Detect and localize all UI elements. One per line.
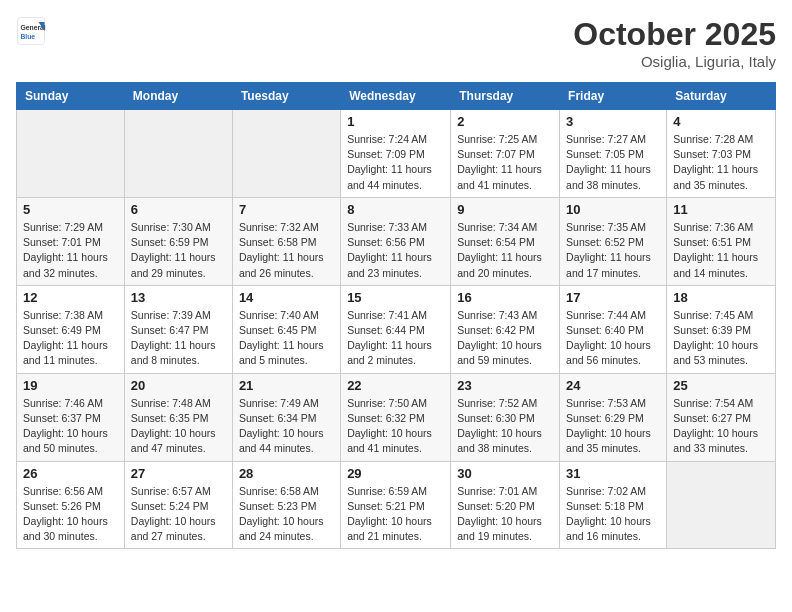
svg-text:Blue: Blue — [21, 33, 36, 40]
day-info: Sunrise: 7:35 AMSunset: 6:52 PMDaylight:… — [566, 220, 660, 281]
day-number: 10 — [566, 202, 660, 217]
day-info: Sunrise: 7:38 AMSunset: 6:49 PMDaylight:… — [23, 308, 118, 369]
day-info: Sunrise: 6:58 AMSunset: 5:23 PMDaylight:… — [239, 484, 334, 545]
day-info: Sunrise: 7:53 AMSunset: 6:29 PMDaylight:… — [566, 396, 660, 457]
calendar-cell — [17, 110, 125, 198]
day-number: 2 — [457, 114, 553, 129]
calendar-cell: 16Sunrise: 7:43 AMSunset: 6:42 PMDayligh… — [451, 285, 560, 373]
svg-rect-0 — [18, 18, 45, 45]
day-info: Sunrise: 7:50 AMSunset: 6:32 PMDaylight:… — [347, 396, 444, 457]
day-number: 17 — [566, 290, 660, 305]
calendar-cell — [667, 461, 776, 549]
calendar-cell: 5Sunrise: 7:29 AMSunset: 7:01 PMDaylight… — [17, 197, 125, 285]
page-header: General Blue October 2025 Osiglia, Ligur… — [16, 16, 776, 70]
day-info: Sunrise: 7:46 AMSunset: 6:37 PMDaylight:… — [23, 396, 118, 457]
weekday-header-sunday: Sunday — [17, 83, 125, 110]
day-info: Sunrise: 7:54 AMSunset: 6:27 PMDaylight:… — [673, 396, 769, 457]
title-block: October 2025 Osiglia, Liguria, Italy — [573, 16, 776, 70]
location-subtitle: Osiglia, Liguria, Italy — [573, 53, 776, 70]
calendar-cell: 1Sunrise: 7:24 AMSunset: 7:09 PMDaylight… — [341, 110, 451, 198]
calendar-cell: 22Sunrise: 7:50 AMSunset: 6:32 PMDayligh… — [341, 373, 451, 461]
calendar-cell: 17Sunrise: 7:44 AMSunset: 6:40 PMDayligh… — [560, 285, 667, 373]
day-number: 7 — [239, 202, 334, 217]
day-number: 18 — [673, 290, 769, 305]
calendar-cell: 9Sunrise: 7:34 AMSunset: 6:54 PMDaylight… — [451, 197, 560, 285]
calendar-cell: 8Sunrise: 7:33 AMSunset: 6:56 PMDaylight… — [341, 197, 451, 285]
day-number: 22 — [347, 378, 444, 393]
calendar-table: SundayMondayTuesdayWednesdayThursdayFrid… — [16, 82, 776, 549]
calendar-cell: 3Sunrise: 7:27 AMSunset: 7:05 PMDaylight… — [560, 110, 667, 198]
weekday-header-saturday: Saturday — [667, 83, 776, 110]
day-number: 13 — [131, 290, 226, 305]
day-info: Sunrise: 7:40 AMSunset: 6:45 PMDaylight:… — [239, 308, 334, 369]
day-number: 9 — [457, 202, 553, 217]
calendar-cell: 21Sunrise: 7:49 AMSunset: 6:34 PMDayligh… — [232, 373, 340, 461]
day-info: Sunrise: 7:24 AMSunset: 7:09 PMDaylight:… — [347, 132, 444, 193]
day-number: 12 — [23, 290, 118, 305]
calendar-cell: 10Sunrise: 7:35 AMSunset: 6:52 PMDayligh… — [560, 197, 667, 285]
calendar-cell: 11Sunrise: 7:36 AMSunset: 6:51 PMDayligh… — [667, 197, 776, 285]
month-title: October 2025 — [573, 16, 776, 53]
calendar-cell: 31Sunrise: 7:02 AMSunset: 5:18 PMDayligh… — [560, 461, 667, 549]
day-info: Sunrise: 7:29 AMSunset: 7:01 PMDaylight:… — [23, 220, 118, 281]
day-info: Sunrise: 7:30 AMSunset: 6:59 PMDaylight:… — [131, 220, 226, 281]
week-row-1: 1Sunrise: 7:24 AMSunset: 7:09 PMDaylight… — [17, 110, 776, 198]
day-number: 24 — [566, 378, 660, 393]
calendar-cell: 7Sunrise: 7:32 AMSunset: 6:58 PMDaylight… — [232, 197, 340, 285]
week-row-3: 12Sunrise: 7:38 AMSunset: 6:49 PMDayligh… — [17, 285, 776, 373]
calendar-cell: 6Sunrise: 7:30 AMSunset: 6:59 PMDaylight… — [124, 197, 232, 285]
day-info: Sunrise: 7:43 AMSunset: 6:42 PMDaylight:… — [457, 308, 553, 369]
day-info: Sunrise: 7:34 AMSunset: 6:54 PMDaylight:… — [457, 220, 553, 281]
day-number: 20 — [131, 378, 226, 393]
calendar-cell: 26Sunrise: 6:56 AMSunset: 5:26 PMDayligh… — [17, 461, 125, 549]
calendar-cell: 18Sunrise: 7:45 AMSunset: 6:39 PMDayligh… — [667, 285, 776, 373]
day-info: Sunrise: 7:36 AMSunset: 6:51 PMDaylight:… — [673, 220, 769, 281]
calendar-cell: 29Sunrise: 6:59 AMSunset: 5:21 PMDayligh… — [341, 461, 451, 549]
day-number: 8 — [347, 202, 444, 217]
logo: General Blue — [16, 16, 46, 46]
calendar-cell: 4Sunrise: 7:28 AMSunset: 7:03 PMDaylight… — [667, 110, 776, 198]
calendar-cell: 27Sunrise: 6:57 AMSunset: 5:24 PMDayligh… — [124, 461, 232, 549]
calendar-cell — [232, 110, 340, 198]
day-info: Sunrise: 7:44 AMSunset: 6:40 PMDaylight:… — [566, 308, 660, 369]
week-row-5: 26Sunrise: 6:56 AMSunset: 5:26 PMDayligh… — [17, 461, 776, 549]
day-number: 6 — [131, 202, 226, 217]
day-info: Sunrise: 7:49 AMSunset: 6:34 PMDaylight:… — [239, 396, 334, 457]
calendar-cell — [124, 110, 232, 198]
day-number: 23 — [457, 378, 553, 393]
calendar-cell: 25Sunrise: 7:54 AMSunset: 6:27 PMDayligh… — [667, 373, 776, 461]
weekday-header-thursday: Thursday — [451, 83, 560, 110]
day-number: 27 — [131, 466, 226, 481]
weekday-header-row: SundayMondayTuesdayWednesdayThursdayFrid… — [17, 83, 776, 110]
day-number: 11 — [673, 202, 769, 217]
calendar-cell: 23Sunrise: 7:52 AMSunset: 6:30 PMDayligh… — [451, 373, 560, 461]
calendar-cell: 30Sunrise: 7:01 AMSunset: 5:20 PMDayligh… — [451, 461, 560, 549]
day-number: 28 — [239, 466, 334, 481]
calendar-cell: 2Sunrise: 7:25 AMSunset: 7:07 PMDaylight… — [451, 110, 560, 198]
logo-icon: General Blue — [16, 16, 46, 46]
day-number: 31 — [566, 466, 660, 481]
day-info: Sunrise: 7:02 AMSunset: 5:18 PMDaylight:… — [566, 484, 660, 545]
calendar-cell: 19Sunrise: 7:46 AMSunset: 6:37 PMDayligh… — [17, 373, 125, 461]
weekday-header-monday: Monday — [124, 83, 232, 110]
calendar-cell: 14Sunrise: 7:40 AMSunset: 6:45 PMDayligh… — [232, 285, 340, 373]
calendar-cell: 12Sunrise: 7:38 AMSunset: 6:49 PMDayligh… — [17, 285, 125, 373]
day-info: Sunrise: 6:59 AMSunset: 5:21 PMDaylight:… — [347, 484, 444, 545]
day-number: 30 — [457, 466, 553, 481]
calendar-cell: 24Sunrise: 7:53 AMSunset: 6:29 PMDayligh… — [560, 373, 667, 461]
day-number: 3 — [566, 114, 660, 129]
day-info: Sunrise: 7:52 AMSunset: 6:30 PMDaylight:… — [457, 396, 553, 457]
calendar-cell: 20Sunrise: 7:48 AMSunset: 6:35 PMDayligh… — [124, 373, 232, 461]
calendar-cell: 13Sunrise: 7:39 AMSunset: 6:47 PMDayligh… — [124, 285, 232, 373]
calendar-cell: 15Sunrise: 7:41 AMSunset: 6:44 PMDayligh… — [341, 285, 451, 373]
day-info: Sunrise: 7:27 AMSunset: 7:05 PMDaylight:… — [566, 132, 660, 193]
day-info: Sunrise: 7:32 AMSunset: 6:58 PMDaylight:… — [239, 220, 334, 281]
week-row-2: 5Sunrise: 7:29 AMSunset: 7:01 PMDaylight… — [17, 197, 776, 285]
day-info: Sunrise: 7:39 AMSunset: 6:47 PMDaylight:… — [131, 308, 226, 369]
day-number: 21 — [239, 378, 334, 393]
day-info: Sunrise: 6:57 AMSunset: 5:24 PMDaylight:… — [131, 484, 226, 545]
day-info: Sunrise: 7:41 AMSunset: 6:44 PMDaylight:… — [347, 308, 444, 369]
day-info: Sunrise: 6:56 AMSunset: 5:26 PMDaylight:… — [23, 484, 118, 545]
weekday-header-wednesday: Wednesday — [341, 83, 451, 110]
day-info: Sunrise: 7:01 AMSunset: 5:20 PMDaylight:… — [457, 484, 553, 545]
